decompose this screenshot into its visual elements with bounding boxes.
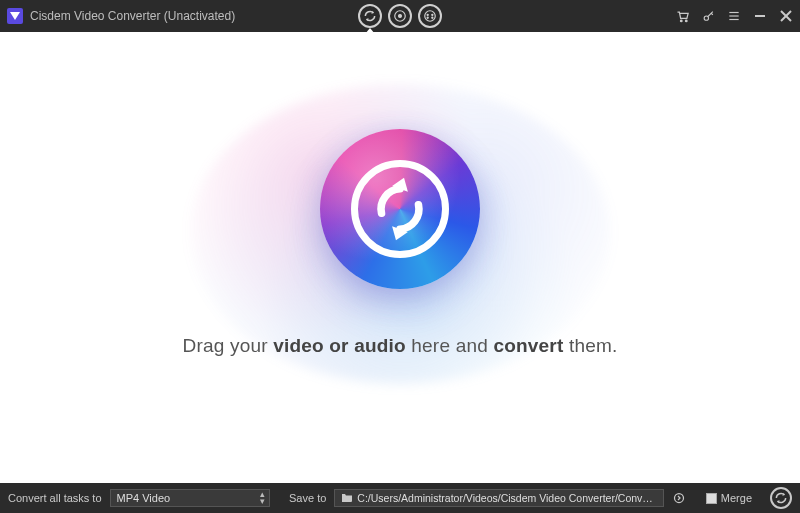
cart-icon[interactable] [674, 8, 690, 24]
svg-point-7 [432, 17, 433, 18]
svg-point-3 [425, 11, 436, 22]
svg-point-2 [399, 15, 402, 18]
save-path-field[interactable]: C:/Users/Administrator/Videos/Cisdem Vid… [334, 489, 664, 507]
save-to-label: Save to [289, 492, 326, 504]
checkbox-box [706, 493, 717, 504]
svg-point-10 [704, 15, 708, 19]
bottombar: Convert all tasks to MP4 Video ▴▾ Save t… [0, 483, 800, 513]
app-title: Cisdem Video Converter (Unactivated) [30, 9, 235, 23]
save-path-text: C:/Users/Administrator/Videos/Cisdem Vid… [357, 492, 657, 504]
titlebar: Cisdem Video Converter (Unactivated) [0, 0, 800, 32]
mode-tabs [358, 4, 442, 28]
merge-label: Merge [721, 492, 752, 504]
window-controls [674, 8, 794, 24]
minimize-button[interactable] [752, 8, 768, 24]
svg-point-9 [685, 20, 687, 22]
updown-icon: ▴▾ [260, 491, 265, 505]
key-icon[interactable] [700, 8, 716, 24]
svg-point-19 [675, 494, 684, 503]
folder-icon [341, 492, 353, 504]
instruction-strong: video or audio [273, 335, 406, 356]
instruction-part: here and [406, 335, 494, 356]
instruction-part: Drag your [183, 335, 274, 356]
tab-download[interactable] [418, 4, 442, 28]
merge-checkbox[interactable]: Merge [706, 492, 752, 504]
svg-point-5 [432, 14, 433, 15]
format-value: MP4 Video [117, 492, 171, 504]
open-folder-button[interactable] [672, 491, 686, 505]
app-logo [6, 7, 24, 25]
tab-convert[interactable] [358, 4, 382, 28]
instruction-text: Drag your video or audio here and conver… [183, 335, 618, 357]
tab-rip[interactable] [388, 4, 412, 28]
menu-icon[interactable] [726, 8, 742, 24]
svg-point-6 [427, 17, 428, 18]
svg-point-8 [680, 20, 682, 22]
convert-all-label: Convert all tasks to [8, 492, 102, 504]
format-select[interactable]: MP4 Video ▴▾ [110, 489, 270, 507]
close-button[interactable] [778, 8, 794, 24]
convert-hero-icon [320, 129, 480, 289]
instruction-part: them. [563, 335, 617, 356]
start-convert-button[interactable] [770, 487, 792, 509]
drop-zone[interactable]: Drag your video or audio here and conver… [0, 32, 800, 483]
svg-point-4 [427, 14, 428, 15]
instruction-strong: convert [493, 335, 563, 356]
